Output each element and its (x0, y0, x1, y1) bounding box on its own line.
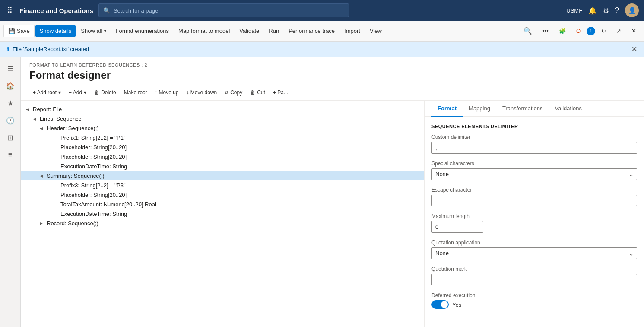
tab-transformations[interactable]: Transformations (496, 101, 549, 117)
tree-item[interactable]: Prefix3: String[2..2] = "P3" (21, 180, 424, 190)
escape-character-label: Escape character (431, 187, 637, 193)
import-button[interactable]: Import (340, 25, 365, 37)
tree-item-label: ExecutionDateTime: String (59, 211, 127, 217)
special-characters-label: Special characters (431, 160, 637, 167)
tree-item[interactable]: ExecutionDateTime: String (21, 161, 424, 171)
tree-item[interactable]: Placeholder: String[20..20] (21, 142, 424, 152)
quotation-mark-field: Quotation mark (431, 266, 637, 285)
section-title: SEQUENCE ELEMENTS DELIMITER (431, 124, 637, 129)
badge-icon[interactable]: 1 (587, 27, 595, 35)
app-title: Finance and Operations (19, 7, 93, 14)
quotation-application-select[interactable]: None (431, 247, 637, 259)
sidebar-filter-icon[interactable]: ≡ (3, 147, 18, 163)
info-bar: ℹ File 'SampleReport.txt' created ✕ (0, 42, 644, 57)
escape-character-input[interactable] (431, 195, 637, 206)
cut-button[interactable]: 🗑 Cut (247, 87, 269, 98)
move-down-button[interactable]: ↓ Move down (183, 87, 220, 98)
puzzle-icon[interactable]: 🧩 (555, 25, 570, 37)
maximum-length-label: Maximum length (431, 213, 637, 219)
help-icon[interactable]: ? (615, 6, 619, 14)
show-all-button[interactable]: Show all ▾ (76, 25, 110, 37)
validate-button[interactable]: Validate (235, 25, 263, 37)
search-bar[interactable]: 🔍 Search for a page (98, 3, 349, 17)
info-icon: ℹ (7, 46, 9, 53)
sidebar-menu-icon[interactable]: ☰ (3, 61, 18, 76)
designer-title: Format designer (29, 69, 635, 81)
sidebar-recent-icon[interactable]: 🕐 (3, 112, 18, 128)
run-button[interactable]: Run (264, 25, 283, 37)
info-message: File 'SampleReport.txt' created (13, 46, 89, 52)
add-root-chevron: ▾ (58, 90, 61, 96)
search-placeholder: Search for a page (114, 7, 158, 14)
tree-item[interactable]: Placeholder: String[20..20] (21, 190, 424, 199)
info-close-button[interactable]: ✕ (631, 45, 637, 53)
tab-mapping[interactable]: Mapping (463, 101, 496, 117)
tab-validations[interactable]: Validations (549, 101, 588, 117)
grid-icon[interactable]: ⠿ (5, 4, 14, 17)
maximum-length-input[interactable] (431, 221, 483, 233)
tree-item[interactable]: Prefix1: String[2..2] = "P1" (21, 133, 424, 142)
split-pane: ◀ Report: File ◀ Lines: Sequence ◀ Heade… (21, 101, 644, 327)
search-action-icon[interactable]: 🔍 (519, 24, 536, 38)
tree-item-selected[interactable]: ◀ Summary: Sequence(;) (21, 171, 424, 180)
close-icon[interactable]: ✕ (627, 25, 641, 37)
right-panel: Format Mapping Transformations Validatio… (425, 101, 644, 327)
make-root-button[interactable]: Make root (121, 87, 150, 98)
main-layout: ☰ 🏠 ★ 🕐 ⊞ ≡ FORMAT TO LEARN DEFERRED SEQ… (0, 57, 644, 327)
deferred-execution-label: Deferred execution (431, 292, 637, 298)
expander-icon: ◀ (38, 172, 45, 179)
tree-item[interactable]: Placeholder: String[20..20] (21, 152, 424, 161)
more-options-icon[interactable]: ••• (538, 25, 553, 37)
add-button[interactable]: + Add ▾ (65, 87, 90, 98)
view-button[interactable]: View (365, 25, 386, 37)
deferred-execution-toggle-row: Yes (431, 300, 637, 309)
top-navigation: ⠿ Finance and Operations 🔍 Search for a … (0, 0, 644, 21)
sidebar-home-icon[interactable]: 🏠 (3, 78, 18, 93)
performance-trace-button[interactable]: Performance trace (284, 25, 339, 37)
refresh-icon[interactable]: ↻ (597, 25, 610, 37)
custom-delimiter-label: Custom delimiter (431, 134, 637, 140)
notification-icon[interactable]: 🔔 (588, 6, 597, 15)
delete-icon: 🗑 (94, 90, 99, 96)
show-details-button[interactable]: Show details (35, 25, 76, 37)
cut-icon: 🗑 (250, 90, 255, 96)
sidebar-workspaces-icon[interactable]: ⊞ (3, 130, 18, 145)
delete-button[interactable]: 🗑 Delete (91, 87, 120, 98)
copy-button[interactable]: ⧉ Copy (221, 87, 246, 98)
tree-item-label: Summary: Sequence(;) (45, 173, 105, 179)
office-icon[interactable]: O (572, 25, 585, 37)
quotation-mark-label: Quotation mark (431, 266, 637, 272)
tree-item[interactable]: ExecutionDateTime: String (21, 209, 424, 218)
paste-button[interactable]: + Pa... (270, 87, 292, 98)
open-icon[interactable]: ↗ (612, 25, 625, 37)
move-up-button[interactable]: ↑ Move up (151, 87, 182, 98)
tree-panel: ◀ Report: File ◀ Lines: Sequence ◀ Heade… (21, 101, 425, 327)
tree-item[interactable]: ◀ Header: Sequence(;) (21, 123, 424, 133)
save-button[interactable]: 💾 Save (3, 25, 35, 37)
special-characters-select-wrapper: None (431, 168, 637, 180)
designer-toolbar: + Add root ▾ + Add ▾ 🗑 Delete Make root … (21, 85, 644, 101)
map-format-button[interactable]: Map format to model (174, 25, 234, 37)
format-enumerations-button[interactable]: Format enumerations (111, 25, 174, 37)
tree-item[interactable]: TotalTaxAmount: Numeric[20..20] Real (21, 199, 424, 209)
add-root-button[interactable]: + Add root ▾ (29, 87, 64, 98)
tree-item[interactable]: ◀ Report: File (21, 104, 424, 114)
avatar[interactable]: 👤 (625, 3, 639, 17)
left-sidebar: ☰ 🏠 ★ 🕐 ⊞ ≡ (0, 57, 21, 327)
tree-item[interactable]: ▶ Record: Sequence(;) (21, 218, 424, 228)
right-tabs: Format Mapping Transformations Validatio… (425, 101, 644, 117)
tab-format[interactable]: Format (431, 101, 463, 117)
settings-icon[interactable]: ⚙ (603, 6, 609, 15)
custom-delimiter-field: Custom delimiter (431, 134, 637, 154)
custom-delimiter-input[interactable] (431, 142, 637, 154)
quotation-mark-input[interactable] (431, 274, 637, 285)
sidebar-favorites-icon[interactable]: ★ (3, 95, 18, 111)
content-area: FORMAT TO LEARN DEFERRED SEQUENCES : 2 F… (21, 57, 644, 327)
tree-item-label: Placeholder: String[20..20] (59, 192, 127, 198)
add-chevron: ▾ (84, 90, 86, 96)
deferred-execution-toggle[interactable] (431, 300, 449, 309)
tree-item[interactable]: ◀ Lines: Sequence (21, 114, 424, 123)
special-characters-select[interactable]: None (431, 168, 637, 180)
tree-item-label: Placeholder: String[20..20] (59, 154, 127, 160)
designer-header: FORMAT TO LEARN DEFERRED SEQUENCES : 2 F… (21, 57, 644, 85)
